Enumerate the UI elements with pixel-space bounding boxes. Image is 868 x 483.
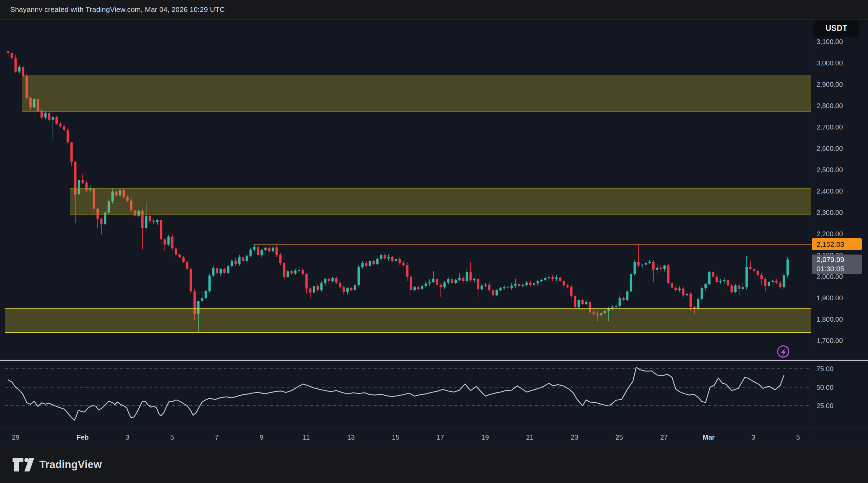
candle-body [540, 280, 543, 281]
candle-body [619, 298, 621, 306]
candle-body [358, 267, 360, 285]
candle-body [279, 255, 282, 263]
candle-body [775, 281, 778, 283]
time-tick-17: 17 [437, 434, 444, 441]
candle-body [477, 279, 479, 289]
candle-body [746, 267, 748, 287]
currency-toggle-button[interactable]: USDT [813, 20, 860, 36]
candle-body [365, 263, 368, 266]
time-tick-29: 29 [12, 434, 19, 441]
candle-body [223, 269, 226, 273]
candle-body [623, 298, 625, 300]
candle-body [171, 237, 174, 248]
candle-body [686, 294, 688, 295]
candle-body [675, 288, 677, 290]
candle-body [581, 300, 584, 304]
candle-body [402, 263, 405, 265]
candle-body [529, 283, 532, 285]
candle-body [317, 286, 319, 290]
candle-body [209, 276, 211, 291]
candle-body [309, 288, 312, 293]
candle-body [466, 272, 468, 281]
candle-body [481, 285, 483, 289]
candle-body [555, 278, 558, 279]
candle-body [406, 265, 409, 277]
candle-body [447, 279, 450, 283]
candle-body [473, 279, 476, 280]
candle-body [660, 268, 662, 269]
candle-body [257, 247, 259, 255]
price-tick-2600: 2,600.00 [816, 145, 843, 152]
price-tick-3100: 3,100.00 [816, 38, 843, 45]
candle-body [451, 279, 453, 283]
candle-body [190, 269, 192, 291]
candle-body [179, 255, 181, 257]
candle-body [664, 265, 666, 269]
time-tick-13: 13 [347, 434, 355, 441]
candle-body [414, 287, 416, 290]
candle-body [548, 277, 550, 278]
candle-body [417, 287, 420, 289]
time-tick-25: 25 [615, 434, 623, 441]
zone-2 [70, 188, 811, 214]
candle-body [250, 250, 252, 256]
candle-body [71, 142, 73, 162]
candle-body [511, 285, 513, 287]
rsi-tick-50.00: 50.00 [816, 384, 833, 391]
candle-body [436, 279, 438, 285]
candle-body [507, 287, 509, 288]
candle-body [425, 283, 427, 286]
candle-body [458, 278, 461, 280]
zone-1 [22, 76, 811, 112]
candle-body [537, 281, 539, 283]
last-price-value: 2,079.99 [816, 255, 862, 264]
tradingview-logo[interactable]: TradingView [12, 458, 102, 472]
candle-body [455, 280, 457, 283]
candle-body [567, 285, 569, 287]
candle-body [734, 285, 737, 292]
price-line-label[interactable]: 2,152.03 [812, 238, 862, 250]
candle-body [350, 288, 353, 290]
candle-body [283, 263, 285, 277]
time-tick-19: 19 [481, 434, 489, 441]
candle-body [429, 282, 431, 283]
candle-body [768, 282, 770, 286]
candle-body [156, 220, 159, 222]
price-tick-2900: 2,900.00 [816, 81, 843, 88]
lightning-icon[interactable] [781, 348, 786, 357]
candle-body [749, 267, 752, 269]
candle-body [712, 272, 714, 277]
zone-3 [5, 309, 811, 333]
candle-body [242, 257, 244, 261]
candle-body [56, 117, 58, 124]
price-tick-2400: 2,400.00 [816, 188, 843, 195]
candle-body [205, 291, 207, 298]
price-tick-3000: 3,000.00 [816, 60, 843, 66]
price-tick-1700: 1,700.00 [816, 337, 843, 344]
candle-body [268, 248, 271, 251]
candle-body [391, 257, 394, 261]
candle-body [440, 285, 442, 287]
candle-body [697, 299, 699, 308]
candle-body [231, 261, 233, 266]
time-tick-15: 15 [392, 434, 399, 441]
candle-body [22, 67, 24, 76]
watermark-attribution: Shayannv created with TradingView.com, M… [10, 5, 225, 14]
candle-body [361, 263, 364, 267]
price-tick-1900: 1,900.00 [816, 295, 843, 301]
price-tick-2200: 2,200.00 [816, 230, 843, 237]
candle-body [164, 239, 166, 244]
chart-canvas[interactable] [0, 0, 868, 483]
candle-body [705, 284, 707, 288]
candle-body [48, 113, 51, 120]
candle-body [216, 268, 218, 274]
candle-body [585, 302, 588, 304]
candle-body [220, 269, 222, 274]
rsi-tick-75.00: 75.00 [816, 365, 833, 372]
candle-body [376, 259, 379, 264]
time-tick-5: 5 [796, 434, 800, 441]
tradingview-screenshot: { "header": {"title": "Shayannv created … [0, 0, 868, 483]
candle-body [354, 285, 356, 290]
candle-body [11, 53, 13, 58]
time-tick-Mar: Mar [703, 434, 715, 441]
